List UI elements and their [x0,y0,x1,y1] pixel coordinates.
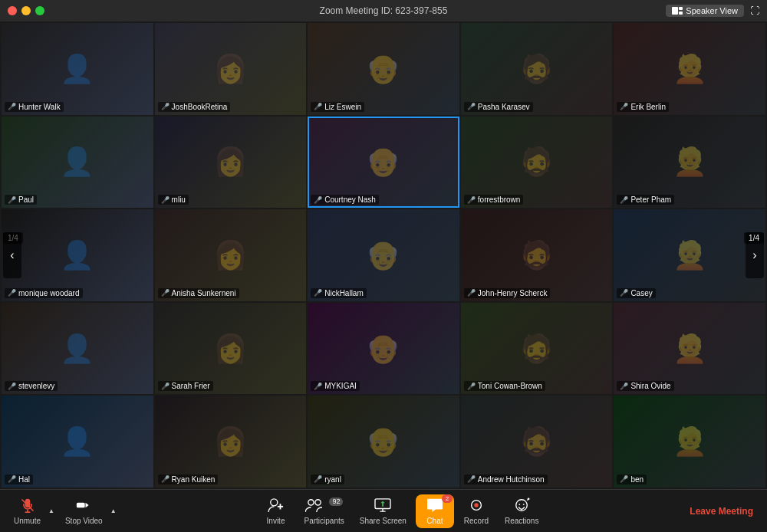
maximize-button[interactable] [35,6,44,15]
svg-rect-0 [672,7,678,15]
participant-name: 🎤John-Henry Scherck [464,288,551,298]
video-cell[interactable]: 👩🎤Sarah Frier [155,303,307,395]
video-cell[interactable]: 👩🎤Ryan Kuiken [155,396,307,488]
participants-icon: 92 [305,498,344,515]
video-cell[interactable]: 👴🎤Liz Eswein [308,23,459,115]
minimize-button[interactable] [21,6,31,15]
muted-icon: 🎤 [467,103,476,110]
participant-name: 🎤ryanl [311,475,344,484]
leave-meeting-button[interactable]: Leave Meeting [683,503,759,520]
participants-label: Participants [304,517,344,525]
video-cell[interactable]: 🧔🎤Andrew Hutchinson [461,396,613,488]
video-cell[interactable]: 👴🎤NickHallam [308,209,459,301]
participants-button[interactable]: 92 Participants [298,494,351,528]
muted-icon: 🎤 [620,289,628,297]
video-cell[interactable]: 👩🎤JoshBookRetina [155,23,307,115]
nav-prev-button[interactable]: ‹ [3,232,21,278]
muted-icon: 🎤 [314,289,322,297]
stop-video-button[interactable]: Stop Video [59,494,109,528]
muted-icon: 🎤 [314,103,322,110]
unmute-button[interactable]: Unmute [8,494,47,528]
muted-icon: 🎤 [161,383,170,390]
video-cell[interactable]: 👱🎤ben [614,396,765,488]
svg-point-9 [308,499,314,504]
participant-name: 🎤Shira Ovide [617,381,673,391]
share-screen-button[interactable]: Share Screen [354,494,413,528]
video-cell[interactable]: 🧔🎤forrestbrown [461,117,613,209]
record-icon [468,498,485,515]
muted-icon: 🎤 [161,289,170,297]
speaker-view-button[interactable]: Speaker View [666,5,744,17]
toolbar-left: Unmute ▲ Stop Video ▲ [8,494,118,528]
traffic-lights [8,6,44,15]
video-cell[interactable]: 🧔🎤Toni Cowan-Brown [461,303,613,395]
muted-icon: 🎤 [314,475,322,483]
close-button[interactable] [8,6,17,15]
title-bar-controls: Speaker View ⛶ [666,5,759,17]
participant-name: 🎤Hal [5,475,33,484]
fullscreen-button[interactable]: ⛶ [750,5,759,16]
svg-point-18 [528,498,530,500]
muted-icon: 🎤 [467,383,476,390]
video-cell[interactable]: 👩🎤mliu [155,117,307,209]
video-cell[interactable]: 👤🎤monique woodard [2,209,153,301]
video-cell[interactable]: 👱🎤Erik Berlin [614,23,765,115]
toolbar: Unmute ▲ Stop Video ▲ [0,489,767,532]
muted-icon: 🎤 [161,196,170,204]
video-cell[interactable]: 👱🎤Peter Pham [614,117,765,209]
participant-name: 🎤Peter Pham [617,195,674,205]
muted-icon: 🎤 [620,103,628,110]
muted-icon: 🎤 [314,196,322,204]
toolbar-center: Invite 92 Participants [118,494,684,528]
participant-name: 🎤Casey [617,288,655,298]
participant-name: 🎤Anisha Sunkerneni [158,288,239,298]
invite-button[interactable]: Invite [257,494,295,528]
reactions-button[interactable]: Reactions [499,494,545,528]
muted-icon: 🎤 [620,383,628,390]
participant-name: 🎤stevenlevy [5,381,58,391]
muted-icon: 🎤 [8,383,16,390]
video-arrow-icon[interactable]: ▲ [109,507,118,514]
svg-rect-1 [679,7,683,10]
participant-name: 🎤Erik Berlin [617,102,669,112]
record-button[interactable]: Record [457,494,495,528]
speaker-view-label: Speaker View [686,6,738,15]
participant-name: 🎤monique woodard [5,288,83,298]
record-label: Record [464,517,489,525]
video-cell[interactable]: 👤🎤Paul [2,117,153,209]
svg-rect-2 [679,11,683,15]
chat-button[interactable]: 2 Chat [416,494,454,528]
chat-label: Chat [426,517,443,525]
video-cell[interactable]: 👴🎤ryanl [308,396,459,488]
video-cell[interactable]: 👱🎤Casey [614,209,765,301]
unmute-arrow-icon[interactable]: ▲ [47,507,56,514]
participant-name: 🎤Sarah Frier [158,381,213,391]
video-cell[interactable]: 👱🎤Shira Ovide [614,303,765,395]
share-screen-icon [374,498,391,515]
participant-name: 🎤JoshBookRetina [158,102,231,112]
video-cell[interactable]: 🧔🎤John-Henry Scherck [461,209,613,301]
svg-point-13 [474,503,478,507]
muted-icon: 🎤 [8,475,16,483]
video-cell[interactable]: 👤🎤Hal [2,396,153,488]
svg-point-16 [523,504,525,505]
share-screen-label: Share Screen [360,517,407,525]
svg-point-15 [519,504,521,505]
stop-video-label: Stop Video [65,517,103,525]
invite-label: Invite [267,517,285,525]
video-cell[interactable]: 👴🎤Courtney Nash [308,117,459,209]
video-cell[interactable]: 👴🎤MYKIGAI [308,303,459,395]
participants-count: 92 [329,498,343,506]
video-cell[interactable]: 👩🎤Anisha Sunkerneni [155,209,307,301]
chat-icon [426,498,443,515]
participant-name: 🎤Liz Eswein [311,102,364,112]
video-cell[interactable]: 👤🎤stevenlevy [2,303,153,395]
participant-name: 🎤Paul [5,195,37,205]
participant-name: 🎤Toni Cowan-Brown [464,381,545,391]
muted-icon: 🎤 [467,289,476,297]
participant-name: 🎤ben [617,475,647,484]
video-cell[interactable]: 👤🎤Hunter Walk [2,23,153,115]
video-cell[interactable]: 🧔🎤Pasha Karasev [461,23,613,115]
muted-icon: 🎤 [161,103,170,110]
svg-point-10 [315,499,321,504]
